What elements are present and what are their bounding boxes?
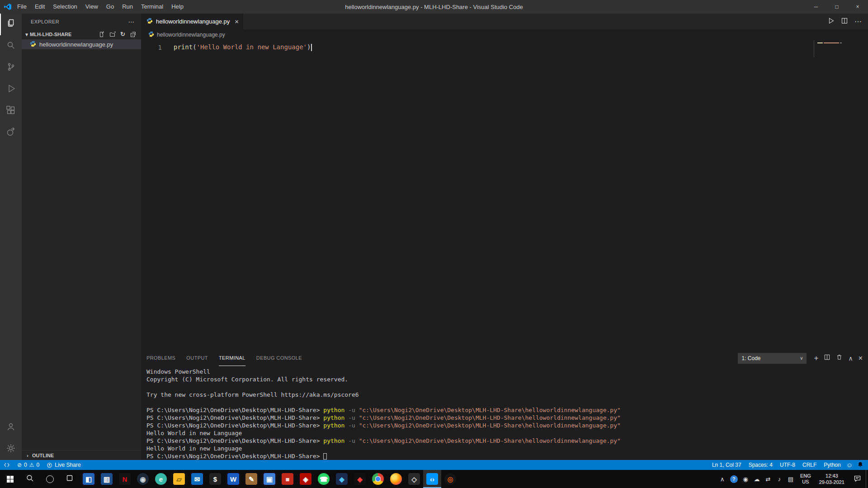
- panel-tab-debug-console[interactable]: DEBUG CONSOLE: [256, 350, 302, 366]
- terminal-output[interactable]: Windows PowerShellCopyright (C) Microsof…: [141, 366, 868, 460]
- taskbar-app-app-dark-circle[interactable]: ◎: [441, 470, 459, 488]
- taskbar-clock[interactable]: 12:43 29-03-2021: [815, 473, 849, 485]
- status-eol[interactable]: CRLF: [799, 462, 820, 468]
- menu-run[interactable]: Run: [118, 0, 137, 14]
- problems-status[interactable]: ⊘ 0 ⚠ 0: [14, 460, 43, 470]
- file-item-helloworldinnewlanguage[interactable]: helloworldinnewlanguage.py: [22, 39, 141, 49]
- status-cursor-position[interactable]: Ln 1, Col 37: [708, 462, 745, 468]
- terminal-line: Copyright (C) Microsoft Corporation. All…: [146, 375, 868, 383]
- tab-close-icon[interactable]: ×: [235, 18, 239, 25]
- tray-volume-icon[interactable]: ♪: [774, 476, 785, 483]
- taskbar-app-app-navy[interactable]: ◆: [333, 470, 351, 488]
- taskbar-app-journal[interactable]: ✎: [242, 470, 260, 488]
- refresh-icon[interactable]: ↻: [120, 31, 125, 38]
- activitybar-accounts[interactable]: [0, 417, 22, 438]
- taskbar-app-app-red-diamond[interactable]: ◆: [351, 470, 369, 488]
- status-encoding[interactable]: UTF-8: [776, 462, 799, 468]
- tray-microphone-icon[interactable]: ◉: [740, 476, 751, 483]
- activitybar-run-debug[interactable]: [0, 79, 22, 100]
- taskbar-app-whatsapp[interactable]: ☎: [315, 470, 333, 488]
- tray-hidden-icons-icon[interactable]: ∧: [717, 476, 728, 483]
- panel-tab-problems[interactable]: PROBLEMS: [146, 350, 175, 366]
- live-share-status[interactable]: Live Share: [43, 460, 84, 470]
- new-file-button[interactable]: [98, 31, 105, 38]
- activitybar-source-control[interactable]: [0, 57, 22, 79]
- taskbar-app-netflix[interactable]: N: [116, 470, 134, 488]
- show-desktop-button[interactable]: [866, 470, 868, 488]
- menu-help[interactable]: Help: [167, 0, 188, 14]
- split-editor-button[interactable]: [841, 17, 848, 26]
- minimize-button[interactable]: ─: [806, 0, 826, 14]
- taskbar-app-app-display[interactable]: ▥: [98, 470, 116, 488]
- status-language-mode[interactable]: Python: [820, 462, 844, 468]
- new-terminal-button[interactable]: +: [814, 354, 818, 363]
- action-center-button[interactable]: [849, 474, 866, 484]
- outline-section-header[interactable]: › OUTLINE: [22, 450, 141, 460]
- tab-helloworldinnewlanguage[interactable]: helloworldinnewlanguage.py ×: [141, 14, 243, 29]
- activitybar-live-share[interactable]: [0, 122, 22, 144]
- menu-file[interactable]: File: [13, 0, 31, 14]
- taskbar-app-acrobat-reader[interactable]: ◈: [297, 470, 315, 488]
- status-indentation[interactable]: Spaces: 4: [745, 462, 776, 468]
- run-python-file-button[interactable]: [827, 17, 835, 26]
- minimap-line: [817, 42, 842, 43]
- activitybar-explorer[interactable]: [0, 14, 22, 35]
- breadcrumb[interactable]: helloworldinnewlanguage.py: [141, 29, 868, 40]
- collapse-all-icon[interactable]: [129, 31, 137, 38]
- menu-selection[interactable]: Selection: [49, 0, 81, 14]
- task-view-button[interactable]: [60, 470, 80, 488]
- close-button[interactable]: ×: [847, 0, 868, 14]
- panel-tab-output[interactable]: OUTPUT: [186, 350, 208, 366]
- taskbar-app-chrome[interactable]: [369, 470, 387, 488]
- remote-indicator[interactable]: [0, 460, 14, 470]
- language-indicator[interactable]: ENG US: [796, 473, 815, 485]
- more-actions-icon[interactable]: ⋯: [854, 17, 862, 26]
- taskbar-app-app-diamond[interactable]: ◇: [405, 470, 423, 488]
- tray-network-icon[interactable]: ⇄: [763, 476, 774, 483]
- minimap[interactable]: [814, 40, 868, 350]
- taskbar-app-photos[interactable]: ▣: [260, 470, 278, 488]
- menu-edit[interactable]: Edit: [31, 0, 49, 14]
- tray-help-icon[interactable]: ?: [730, 475, 738, 483]
- code-content: print('Hello World in new Language'): [174, 43, 312, 51]
- menu-go[interactable]: Go: [102, 0, 118, 14]
- split-terminal-button[interactable]: [824, 354, 830, 362]
- cortana-button[interactable]: [40, 470, 60, 488]
- maximize-button[interactable]: □: [826, 0, 847, 14]
- close-panel-icon[interactable]: ×: [859, 354, 863, 362]
- new-folder-button[interactable]: [109, 31, 116, 38]
- tray-onedrive-icon[interactable]: ☁: [751, 476, 762, 483]
- taskbar-app-mail[interactable]: ✉: [188, 470, 206, 488]
- taskbar-app-app-blue-tile[interactable]: ◧: [80, 470, 98, 488]
- activitybar-search[interactable]: [0, 35, 22, 57]
- bottom-panel: PROBLEMSOUTPUTTERMINALDEBUG CONSOLE 1: C…: [141, 350, 868, 460]
- taskbar-app-vscode[interactable]: ‹›: [423, 470, 441, 488]
- tab-label: helloworldinnewlanguage.py: [156, 18, 230, 25]
- panel-tab-terminal[interactable]: TERMINAL: [219, 350, 245, 366]
- taskbar-app-word[interactable]: W: [224, 470, 242, 488]
- kill-terminal-icon[interactable]: [836, 354, 843, 362]
- menu-terminal[interactable]: Terminal: [137, 0, 167, 14]
- taskbar-app-money-app[interactable]: $: [206, 470, 224, 488]
- code-editor[interactable]: 1 print('Hello World in new Language'): [141, 40, 868, 350]
- app-diamond-icon: ◇: [408, 473, 420, 485]
- taskbar-app-app-red-tile[interactable]: ■: [278, 470, 297, 488]
- terminal-select-dropdown[interactable]: 1: Code ∨: [738, 353, 807, 364]
- tray-security-icon[interactable]: ▤: [785, 476, 796, 483]
- taskbar-app-steam[interactable]: ◉: [134, 470, 152, 488]
- notifications-bell-icon[interactable]: [857, 461, 863, 469]
- menu-view[interactable]: View: [81, 0, 102, 14]
- activitybar-extensions[interactable]: [0, 100, 22, 122]
- taskbar-search-button[interactable]: [20, 470, 40, 488]
- acrobat-reader-icon: ◈: [300, 473, 311, 485]
- start-button[interactable]: [0, 470, 20, 488]
- taskbar-app-file-explorer[interactable]: ▱: [170, 470, 188, 488]
- terminal-line: PS C:\Users\Nogi2\OneDrive\Desktop\MLH-L…: [146, 422, 868, 429]
- taskbar-app-firefox[interactable]: [387, 470, 405, 488]
- feedback-smiley-icon[interactable]: ☺: [846, 462, 853, 468]
- explorer-section-header[interactable]: ▾ MLH-LHD-SHARE ↻: [22, 29, 141, 39]
- maximize-panel-icon[interactable]: ∧: [848, 355, 853, 362]
- taskbar-app-edge[interactable]: e: [152, 470, 170, 488]
- activitybar-settings[interactable]: [0, 438, 22, 460]
- views-more-actions-button[interactable]: ⋯: [128, 18, 135, 25]
